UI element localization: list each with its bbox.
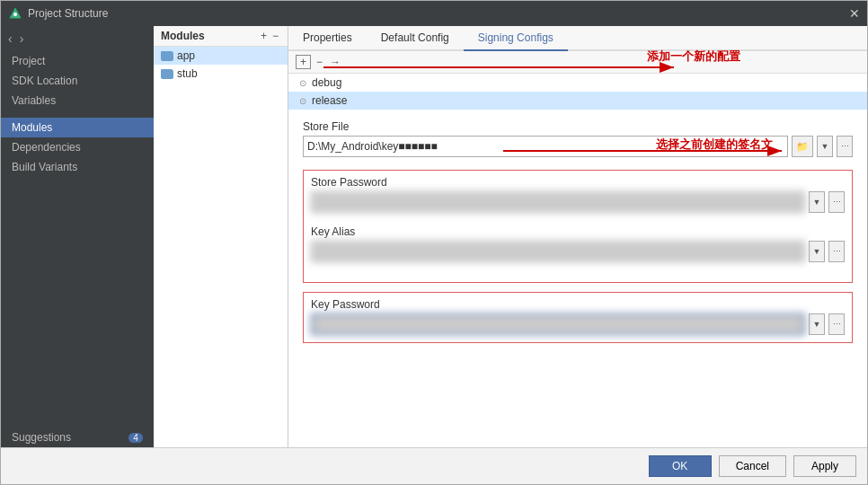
key-password-input[interactable] bbox=[311, 313, 805, 335]
window-title: Project Structure bbox=[28, 7, 108, 20]
close-button[interactable]: ✕ bbox=[849, 6, 860, 21]
navigate-signing-config-button[interactable]: → bbox=[328, 56, 342, 68]
bottom-bar: OK Cancel Apply bbox=[1, 447, 867, 484]
apply-button[interactable]: Apply bbox=[793, 455, 856, 477]
tab-properties[interactable]: Properties bbox=[288, 26, 367, 51]
key-password-row: Key Password ▼ ⋯ bbox=[303, 292, 853, 343]
credentials-group: Store Password ▼ ⋯ Key Alias ▼ bbox=[303, 170, 853, 283]
tab-default-config[interactable]: Default Config bbox=[367, 26, 464, 51]
tab-signing-configs[interactable]: Signing Configs bbox=[464, 26, 568, 51]
key-alias-end-button[interactable]: ⋯ bbox=[828, 241, 845, 262]
sidebar-item-suggestions[interactable]: Suggestions 4 bbox=[1, 428, 154, 447]
sidebar-item-sdk-location[interactable]: SDK Location bbox=[1, 71, 154, 91]
folder-icon-app bbox=[161, 51, 173, 61]
sidebar-divider bbox=[1, 110, 154, 118]
add-signing-config-button[interactable]: + bbox=[296, 55, 311, 69]
signing-configs-toolbar: + − → bbox=[288, 51, 867, 74]
store-password-label: Store Password bbox=[311, 176, 845, 189]
sidebar-nav: ‹ › bbox=[1, 30, 154, 51]
key-password-label: Key Password bbox=[311, 298, 845, 311]
add-module-button[interactable]: + bbox=[259, 30, 269, 42]
module-label-stub: stub bbox=[177, 67, 198, 80]
remove-signing-config-button[interactable]: − bbox=[314, 56, 324, 68]
app-icon bbox=[8, 6, 22, 21]
title-bar-left: Project Structure bbox=[8, 6, 108, 21]
modules-panel: Modules + − app stub bbox=[154, 26, 288, 447]
ok-button[interactable]: OK bbox=[649, 455, 712, 477]
sidebar-item-build-variants[interactable]: Build Variants bbox=[1, 157, 154, 177]
key-password-dropdown-button[interactable]: ▼ bbox=[809, 313, 825, 335]
modules-toolbar: + − bbox=[259, 30, 280, 42]
module-item-stub[interactable]: stub bbox=[154, 65, 288, 83]
main-area: ‹ › Project SDK Location Variables Modul… bbox=[1, 26, 867, 447]
key-password-end-button[interactable]: ⋯ bbox=[828, 313, 845, 335]
modules-title: Modules bbox=[161, 30, 205, 42]
key-password-input-row: ▼ ⋯ bbox=[311, 313, 845, 335]
content-panel: Properties Default Config Signing Config… bbox=[288, 26, 867, 447]
key-alias-label: Key Alias bbox=[311, 225, 845, 238]
signing-label-debug: debug bbox=[312, 76, 341, 89]
svg-point-2 bbox=[13, 13, 17, 16]
key-alias-input[interactable] bbox=[311, 241, 805, 262]
sidebar-item-variables[interactable]: Variables bbox=[1, 91, 154, 110]
sidebar-item-project[interactable]: Project bbox=[1, 51, 154, 71]
forward-button[interactable]: › bbox=[18, 31, 26, 46]
signing-item-release[interactable]: ⊙ release bbox=[288, 92, 867, 110]
store-password-row: Store Password ▼ ⋯ bbox=[311, 176, 845, 213]
signing-label-release: release bbox=[312, 94, 347, 107]
module-label-app: app bbox=[177, 49, 195, 62]
store-file-input-row: 📁 ▼ ⋯ bbox=[303, 136, 853, 157]
module-item-app[interactable]: app bbox=[154, 47, 288, 65]
key-icon-release: ⊙ bbox=[299, 96, 306, 106]
sidebar: ‹ › Project SDK Location Variables Modul… bbox=[1, 26, 154, 447]
modules-header: Modules + − bbox=[154, 26, 288, 47]
suggestions-label: Suggestions bbox=[12, 431, 71, 444]
key-icon-debug: ⊙ bbox=[299, 78, 306, 88]
project-structure-dialog: Project Structure ✕ ‹ › Project SDK Loca… bbox=[0, 0, 868, 485]
store-password-end-button[interactable]: ⋯ bbox=[828, 191, 845, 213]
form-area: Store File 📁 ▼ ⋯ Store Password bbox=[288, 110, 867, 447]
store-file-input[interactable] bbox=[303, 136, 788, 157]
remove-module-button[interactable]: − bbox=[270, 30, 280, 42]
suggestions-badge: 4 bbox=[128, 433, 143, 443]
store-password-input[interactable] bbox=[311, 191, 805, 213]
store-file-label: Store File bbox=[303, 120, 853, 133]
folder-icon-stub bbox=[161, 69, 173, 79]
back-button[interactable]: ‹ bbox=[6, 31, 14, 46]
signing-list: ⊙ debug ⊙ release bbox=[288, 74, 867, 110]
key-alias-dropdown-button[interactable]: ▼ bbox=[809, 241, 825, 262]
sidebar-item-dependencies[interactable]: Dependencies bbox=[1, 137, 154, 157]
store-file-end-button[interactable]: ⋯ bbox=[837, 136, 853, 157]
store-password-input-row: ▼ ⋯ bbox=[311, 191, 845, 213]
store-file-row: Store File 📁 ▼ ⋯ bbox=[303, 120, 853, 157]
signing-item-debug[interactable]: ⊙ debug bbox=[288, 74, 867, 92]
sidebar-item-modules[interactable]: Modules bbox=[1, 118, 154, 137]
cancel-button[interactable]: Cancel bbox=[719, 455, 786, 477]
tabs-bar: Properties Default Config Signing Config… bbox=[288, 26, 867, 51]
title-bar: Project Structure ✕ bbox=[1, 1, 867, 26]
key-alias-row: Key Alias ▼ ⋯ bbox=[311, 225, 845, 262]
store-file-dropdown-button[interactable]: ▼ bbox=[817, 136, 833, 157]
key-alias-input-row: ▼ ⋯ bbox=[311, 241, 845, 262]
store-file-browse-button[interactable]: 📁 bbox=[792, 136, 813, 157]
store-password-dropdown-button[interactable]: ▼ bbox=[809, 191, 825, 213]
